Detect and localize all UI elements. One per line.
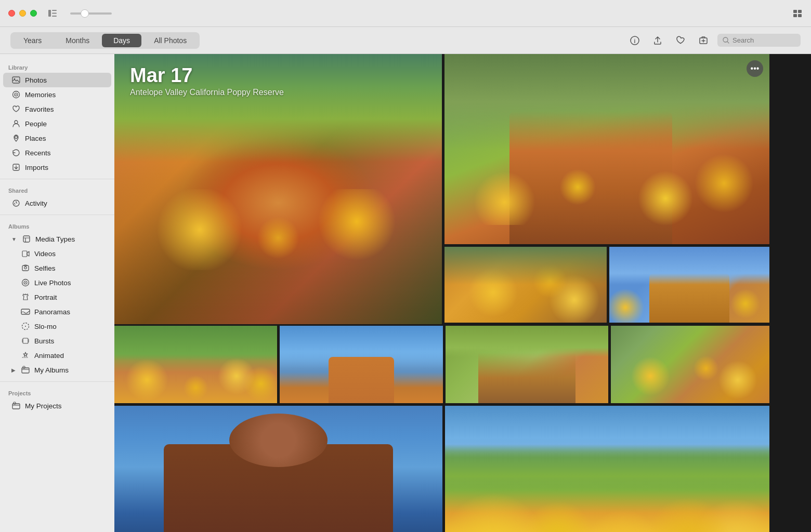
svg-point-27 [25, 282, 26, 283]
photo-mid-right-1[interactable] [444, 247, 607, 323]
sidebar-item-videos[interactable]: Videos [3, 246, 111, 261]
sidebar-toggle-icon[interactable] [47, 8, 58, 19]
sidebar-item-memories[interactable]: Memories [3, 87, 111, 102]
maximize-button[interactable] [30, 10, 37, 17]
tabbar: Years Months Days All Photos i [0, 27, 811, 54]
sidebar-item-activity[interactable]: Activity [3, 196, 111, 210]
tab-years[interactable]: Years [12, 34, 53, 47]
svg-rect-36 [12, 404, 20, 409]
svg-rect-2 [52, 13, 57, 14]
zoom-slider[interactable] [70, 12, 112, 15]
sidebar-item-photos[interactable]: Photos [3, 73, 111, 87]
people-icon [11, 119, 21, 128]
close-button[interactable] [8, 10, 15, 17]
places-icon [11, 134, 21, 143]
photo-portrait-left[interactable] [114, 406, 442, 532]
animated-icon [21, 351, 30, 360]
photo-bottom-left[interactable] [114, 326, 277, 403]
photos-icon [11, 75, 21, 85]
recents-label: Recents [25, 149, 103, 157]
divider-1 [0, 179, 114, 179]
imports-label: Imports [25, 164, 103, 171]
panoramas-label: Panoramas [34, 308, 103, 316]
memories-icon [11, 90, 21, 99]
myalbums-label: My Albums [34, 366, 103, 374]
photo-mid-right-2[interactable] [609, 247, 769, 323]
sidebar-item-portrait[interactable]: Portrait [3, 290, 111, 304]
sidebar-item-myalbums[interactable]: ▶ My Albums [3, 363, 111, 377]
sidebar-item-livephotos[interactable]: Live Photos [3, 275, 111, 290]
view-tabs: Years Months Days All Photos [10, 32, 200, 49]
videos-label: Videos [34, 250, 103, 258]
sidebar-item-myprojects[interactable]: My Projects [3, 398, 111, 413]
more-options-button[interactable]: ••• [747, 60, 763, 77]
photo-landscape-right[interactable] [445, 406, 769, 532]
window-controls [47, 8, 58, 19]
add-to-album-button[interactable] [695, 32, 712, 49]
photo-bottom-right2[interactable] [611, 326, 769, 403]
svg-rect-21 [22, 251, 27, 257]
sidebar-item-bursts[interactable]: Bursts [3, 334, 111, 348]
traffic-lights [8, 10, 37, 17]
photo-grid: Mar 17 Antelope Valley California Poppy … [114, 54, 811, 532]
main-layout: Library Photos Memories [0, 54, 811, 532]
search-input[interactable] [732, 36, 795, 44]
slider-thumb[interactable] [81, 9, 89, 18]
svg-rect-7 [798, 14, 802, 17]
livephotos-label: Live Photos [34, 279, 103, 287]
svg-rect-6 [793, 14, 797, 17]
tab-months[interactable]: Months [54, 34, 101, 47]
bursts-icon [21, 336, 30, 345]
tab-allphotos[interactable]: All Photos [142, 34, 198, 47]
minimize-button[interactable] [19, 10, 26, 17]
divider-3 [0, 381, 114, 382]
memories-label: Memories [25, 91, 103, 99]
activity-icon [11, 198, 21, 208]
videos-icon [21, 249, 30, 258]
photo-bottom-center[interactable] [280, 326, 443, 403]
search-box[interactable] [717, 34, 801, 47]
svg-rect-33 [28, 339, 29, 342]
divider-2 [0, 215, 114, 215]
svg-point-18 [15, 136, 18, 139]
slomo-icon [21, 322, 30, 331]
sidebar-item-recents[interactable]: Recents [3, 145, 111, 160]
favorites-label: Favorites [25, 105, 103, 113]
projects-section-label: Projects [0, 386, 114, 398]
section-location: Antelope Valley California Poppy Reserve [130, 88, 284, 97]
sidebar-item-panoramas[interactable]: Panoramas [3, 304, 111, 319]
favorites-icon [11, 104, 21, 114]
bursts-label: Bursts [34, 337, 103, 345]
section-header: Mar 17 Antelope Valley California Poppy … [130, 64, 284, 97]
myalbums-icon [21, 365, 30, 375]
portrait-icon [21, 292, 30, 302]
svg-point-16 [16, 94, 17, 95]
svg-rect-4 [793, 10, 797, 13]
albums-section-label: Albums [0, 219, 114, 232]
sidebar-item-mediatypes[interactable]: ▼ Media Types [3, 232, 111, 246]
search-icon [723, 37, 729, 44]
info-button[interactable]: i [626, 32, 644, 49]
svg-point-30 [25, 326, 26, 327]
photo-top-right[interactable]: ••• [444, 54, 769, 244]
share-button[interactable] [649, 32, 666, 49]
sidebar-item-animated[interactable]: Animated [3, 348, 111, 363]
people-label: People [25, 120, 103, 128]
sidebar-item-imports[interactable]: Imports [3, 160, 111, 175]
svg-point-23 [24, 267, 27, 269]
panoramas-icon [21, 307, 30, 316]
photo-content-area: Mar 17 Antelope Valley California Poppy … [114, 54, 811, 532]
toolbar-right: i [626, 32, 801, 49]
sidebar-item-selfies[interactable]: Selfies [3, 261, 111, 275]
sidebar-item-slomo[interactable]: Slo-mo [3, 319, 111, 334]
favorite-button[interactable] [672, 32, 689, 49]
svg-rect-3 [52, 16, 57, 17]
sidebar-item-people[interactable]: People [3, 116, 111, 131]
library-section-label: Library [0, 60, 114, 73]
photo-bottom-right1[interactable] [446, 326, 608, 403]
view-toggle-icon[interactable] [792, 8, 803, 19]
sidebar-item-favorites[interactable]: Favorites [3, 102, 111, 116]
tab-days[interactable]: Days [102, 34, 141, 47]
activity-label: Activity [25, 200, 103, 207]
sidebar-item-places[interactable]: Places [3, 131, 111, 145]
